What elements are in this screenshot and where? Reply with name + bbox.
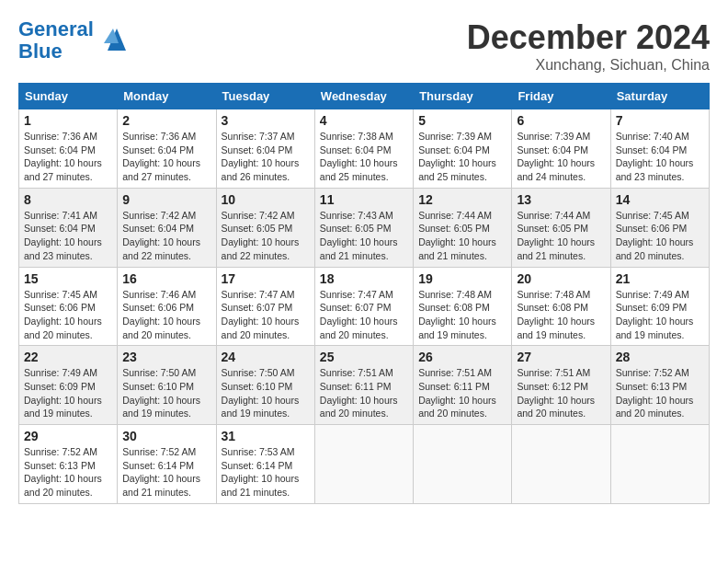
calendar-week-4: 22Sunrise: 7:49 AM Sunset: 6:09 PM Dayli… [19,346,710,425]
calendar-header-tuesday: Tuesday [216,84,314,109]
day-number: 21 [616,271,704,286]
calendar-header-friday: Friday [512,84,610,109]
day-number: 27 [517,350,605,364]
calendar-cell: 28Sunrise: 7:52 AM Sunset: 6:13 PM Dayli… [610,346,709,425]
calendar-cell: 31Sunrise: 7:53 AM Sunset: 6:14 PM Dayli… [216,425,314,504]
calendar-cell: 23Sunrise: 7:50 AM Sunset: 6:10 PM Dayli… [118,346,216,425]
day-info: Sunrise: 7:37 AM Sunset: 6:04 PM Dayligh… [222,130,310,184]
calendar-cell: 22Sunrise: 7:49 AM Sunset: 6:09 PM Dayli… [19,346,118,425]
logo-icon [98,25,128,56]
calendar-header-thursday: Thursday [414,84,512,109]
day-info: Sunrise: 7:50 AM Sunset: 6:10 PM Dayligh… [222,366,310,420]
calendar-week-2: 8Sunrise: 7:41 AM Sunset: 6:04 PM Daylig… [19,188,710,267]
calendar-week-1: 1Sunrise: 7:36 AM Sunset: 6:04 PM Daylig… [19,109,710,189]
day-info: Sunrise: 7:52 AM Sunset: 6:13 PM Dayligh… [616,366,704,420]
calendar-cell: 13Sunrise: 7:44 AM Sunset: 6:05 PM Dayli… [512,188,610,267]
calendar-header-row: SundayMondayTuesdayWednesdayThursdayFrid… [19,84,710,109]
day-info: Sunrise: 7:40 AM Sunset: 6:04 PM Dayligh… [616,130,704,184]
day-number: 17 [222,271,310,286]
calendar-cell: 17Sunrise: 7:47 AM Sunset: 6:07 PM Dayli… [216,267,314,346]
day-number: 30 [122,429,210,443]
day-number: 16 [122,271,210,286]
day-info: Sunrise: 7:39 AM Sunset: 6:04 PM Dayligh… [517,130,605,184]
day-info: Sunrise: 7:52 AM Sunset: 6:14 PM Dayligh… [122,445,210,500]
calendar-cell: 30Sunrise: 7:52 AM Sunset: 6:14 PM Dayli… [118,425,216,504]
day-info: Sunrise: 7:51 AM Sunset: 6:11 PM Dayligh… [418,366,506,420]
logo: General Blue [18,18,128,63]
title-area: December 2024 Xunchang, Sichuan, China [467,18,710,74]
calendar-cell: 16Sunrise: 7:46 AM Sunset: 6:06 PM Dayli… [118,267,216,346]
calendar-cell: 14Sunrise: 7:45 AM Sunset: 6:06 PM Dayli… [610,188,709,267]
day-info: Sunrise: 7:53 AM Sunset: 6:14 PM Dayligh… [222,445,310,500]
day-number: 24 [222,350,310,364]
day-number: 26 [418,350,506,364]
calendar-week-3: 15Sunrise: 7:45 AM Sunset: 6:06 PM Dayli… [19,267,710,346]
day-number: 22 [24,350,112,364]
day-number: 23 [122,350,210,364]
calendar-cell: 29Sunrise: 7:52 AM Sunset: 6:13 PM Dayli… [19,425,118,504]
day-info: Sunrise: 7:36 AM Sunset: 6:04 PM Dayligh… [122,130,210,184]
day-info: Sunrise: 7:44 AM Sunset: 6:05 PM Dayligh… [418,209,506,263]
day-number: 15 [24,271,112,286]
calendar-cell: 12Sunrise: 7:44 AM Sunset: 6:05 PM Dayli… [414,188,512,267]
calendar-cell: 26Sunrise: 7:51 AM Sunset: 6:11 PM Dayli… [414,346,512,425]
calendar-cell: 5Sunrise: 7:39 AM Sunset: 6:04 PM Daylig… [414,109,512,189]
day-info: Sunrise: 7:44 AM Sunset: 6:05 PM Dayligh… [517,209,605,263]
calendar-cell [610,425,709,504]
day-number: 4 [320,113,408,128]
day-info: Sunrise: 7:36 AM Sunset: 6:04 PM Dayligh… [24,130,112,184]
location-title: Xunchang, Sichuan, China [467,57,710,74]
calendar-cell [414,425,512,504]
day-info: Sunrise: 7:43 AM Sunset: 6:05 PM Dayligh… [320,209,408,263]
calendar-cell: 25Sunrise: 7:51 AM Sunset: 6:11 PM Dayli… [314,346,413,425]
logo-text: General Blue [18,18,94,63]
calendar-header-monday: Monday [118,84,216,109]
calendar-cell: 27Sunrise: 7:51 AM Sunset: 6:12 PM Dayli… [512,346,610,425]
day-info: Sunrise: 7:42 AM Sunset: 6:05 PM Dayligh… [222,209,310,263]
day-info: Sunrise: 7:50 AM Sunset: 6:10 PM Dayligh… [122,366,210,420]
calendar-cell: 18Sunrise: 7:47 AM Sunset: 6:07 PM Dayli… [314,267,413,346]
calendar-cell: 15Sunrise: 7:45 AM Sunset: 6:06 PM Dayli… [19,267,118,346]
day-number: 31 [222,429,310,443]
calendar-cell [512,425,610,504]
day-number: 1 [24,113,112,128]
day-number: 6 [517,113,605,128]
calendar-cell: 9Sunrise: 7:42 AM Sunset: 6:04 PM Daylig… [118,188,216,267]
calendar-cell: 24Sunrise: 7:50 AM Sunset: 6:10 PM Dayli… [216,346,314,425]
logo-line1: General [18,17,94,40]
day-info: Sunrise: 7:42 AM Sunset: 6:04 PM Dayligh… [122,209,210,263]
calendar: SundayMondayTuesdayWednesdayThursdayFrid… [18,83,710,504]
day-info: Sunrise: 7:47 AM Sunset: 6:07 PM Dayligh… [320,288,408,342]
calendar-cell [314,425,413,504]
day-info: Sunrise: 7:41 AM Sunset: 6:04 PM Dayligh… [24,209,112,263]
day-number: 20 [517,271,605,286]
logo-line2: Blue [18,40,63,63]
day-info: Sunrise: 7:46 AM Sunset: 6:06 PM Dayligh… [122,288,210,342]
calendar-header-sunday: Sunday [19,84,118,109]
calendar-cell: 4Sunrise: 7:38 AM Sunset: 6:04 PM Daylig… [314,109,413,189]
day-info: Sunrise: 7:47 AM Sunset: 6:07 PM Dayligh… [222,288,310,342]
day-info: Sunrise: 7:48 AM Sunset: 6:08 PM Dayligh… [517,288,605,342]
day-number: 19 [418,271,506,286]
header: General Blue December 2024 Xunchang, Sic… [18,18,710,74]
day-number: 28 [616,350,704,364]
day-info: Sunrise: 7:51 AM Sunset: 6:12 PM Dayligh… [517,366,605,420]
day-number: 5 [418,113,506,128]
calendar-cell: 10Sunrise: 7:42 AM Sunset: 6:05 PM Dayli… [216,188,314,267]
day-number: 13 [517,192,605,207]
calendar-cell: 2Sunrise: 7:36 AM Sunset: 6:04 PM Daylig… [118,109,216,189]
day-info: Sunrise: 7:45 AM Sunset: 6:06 PM Dayligh… [616,209,704,263]
calendar-cell: 11Sunrise: 7:43 AM Sunset: 6:05 PM Dayli… [314,188,413,267]
day-info: Sunrise: 7:49 AM Sunset: 6:09 PM Dayligh… [616,288,704,342]
day-info: Sunrise: 7:45 AM Sunset: 6:06 PM Dayligh… [24,288,112,342]
calendar-cell: 19Sunrise: 7:48 AM Sunset: 6:08 PM Dayli… [414,267,512,346]
calendar-cell: 8Sunrise: 7:41 AM Sunset: 6:04 PM Daylig… [19,188,118,267]
calendar-header-saturday: Saturday [610,84,709,109]
day-number: 12 [418,192,506,207]
day-number: 2 [122,113,210,128]
day-number: 25 [320,350,408,364]
calendar-cell: 1Sunrise: 7:36 AM Sunset: 6:04 PM Daylig… [19,109,118,189]
day-info: Sunrise: 7:49 AM Sunset: 6:09 PM Dayligh… [24,366,112,420]
day-info: Sunrise: 7:51 AM Sunset: 6:11 PM Dayligh… [320,366,408,420]
calendar-cell: 21Sunrise: 7:49 AM Sunset: 6:09 PM Dayli… [610,267,709,346]
